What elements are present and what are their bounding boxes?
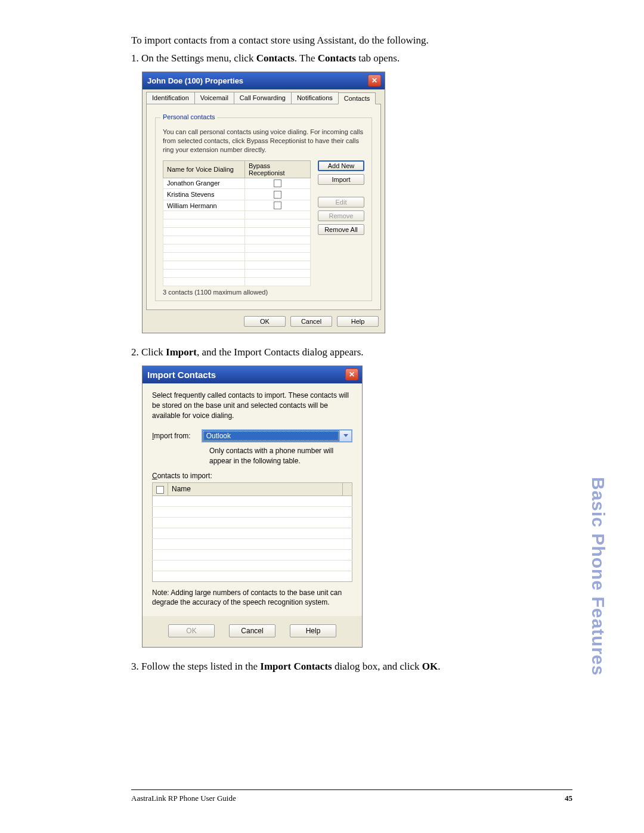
tab-notifications[interactable]: Notifications: [291, 92, 339, 104]
select-value: Outlook: [203, 431, 339, 441]
cell-name: William Hermann: [163, 200, 245, 211]
step2-pre: Click: [139, 346, 166, 358]
help-button[interactable]: Help: [337, 316, 379, 327]
dialog-title: John Doe (100) Properties: [147, 76, 243, 85]
intro-text: To import contacts from a contact store …: [131, 35, 572, 47]
import-contacts-dialog: Import Contacts ✕ Select frequently call…: [142, 366, 363, 648]
personal-contacts-fieldset: Personal contacts You can call personal …: [155, 117, 372, 301]
section-side-label: Basic Phone Features: [588, 477, 608, 676]
dialog-title: Import Contacts: [147, 370, 216, 380]
titlebar: Import Contacts ✕: [143, 366, 362, 383]
properties-dialog: John Doe (100) Properties ✕ Identificati…: [142, 72, 385, 333]
cell-name: Kristina Stevens: [163, 189, 245, 200]
table-row[interactable]: Kristina Stevens: [163, 189, 311, 200]
select-all-checkbox[interactable]: [156, 486, 164, 494]
step1-bold2: Contacts: [318, 52, 356, 64]
select-all-header[interactable]: [153, 483, 168, 496]
step3-bold1: Import Contacts: [260, 661, 332, 672]
dialog-button-row: OK Cancel Help: [143, 314, 385, 333]
cancel-button[interactable]: Cancel: [290, 316, 332, 327]
contacts-table-wrap: Name for Voice Dialing Bypass Receptioni…: [163, 160, 311, 296]
page-footer: AastraLink RP Phone User Guide 45: [131, 789, 572, 803]
step1-mid: . The: [295, 52, 318, 64]
phone-number-note: Only contacts with a phone number will a…: [209, 446, 352, 466]
titlebar: John Doe (100) Properties ✕: [143, 72, 385, 89]
step-3: 3. Follow the steps listed in the Import…: [131, 661, 572, 673]
close-icon[interactable]: ✕: [345, 368, 358, 380]
step-2: 2. Click Import, and the Import Contacts…: [131, 346, 572, 358]
ok-button[interactable]: OK: [244, 316, 286, 327]
remove-button[interactable]: Remove: [318, 210, 364, 221]
contacts-table: Name for Voice Dialing Bypass Receptioni…: [163, 160, 311, 287]
cell-name: Jonathon Granger: [163, 178, 245, 189]
step3-num: 3.: [131, 661, 139, 672]
step3-pre: Follow the steps listed in the: [139, 661, 261, 672]
warning-note: Note: Adding large numbers of contacts t…: [152, 588, 352, 608]
dialog-button-row: OK Cancel Help: [143, 616, 362, 647]
step3-bold2: OK: [422, 661, 438, 672]
remove-all-button[interactable]: Remove All: [318, 224, 364, 235]
tab-strip: Identification Voicemail Call Forwarding…: [143, 89, 385, 104]
col-bypass-header[interactable]: Bypass Receptionist: [245, 160, 311, 178]
bypass-checkbox[interactable]: [274, 191, 281, 199]
page-number: 45: [565, 794, 572, 803]
footer-guide-title: AastraLink RP Phone User Guide: [131, 794, 236, 803]
tab-identification[interactable]: Identification: [146, 92, 195, 104]
step3-mid: dialog box, and click: [332, 661, 422, 672]
import-from-select[interactable]: Outlook: [202, 429, 352, 442]
step3-post: .: [438, 661, 440, 672]
ok-button[interactable]: OK: [168, 624, 215, 637]
contacts-to-import-label: Contacts to import:: [152, 472, 352, 480]
close-icon[interactable]: ✕: [368, 75, 381, 86]
fieldset-desc: You can call personal contacts using voi…: [163, 128, 364, 154]
tab-panel: Personal contacts You can call personal …: [146, 104, 381, 310]
add-new-button[interactable]: Add New: [318, 160, 364, 171]
step2-num: 2.: [131, 346, 139, 358]
import-from-label: Import from:: [152, 432, 191, 440]
tab-call-forwarding[interactable]: Call Forwarding: [234, 92, 292, 104]
help-button[interactable]: Help: [290, 624, 336, 637]
step-1: 1. On the Settings menu, click Contacts.…: [131, 52, 572, 64]
step1-pre: On the Settings menu, click: [139, 52, 256, 64]
step2-bold1: Import: [166, 346, 197, 358]
col-name-header[interactable]: Name: [168, 483, 343, 496]
step2-post: , and the Import Contacts dialog appears…: [197, 346, 363, 358]
table-row[interactable]: Jonathon Granger: [163, 178, 311, 189]
spacer-col: [343, 483, 352, 496]
fieldset-legend: Personal contacts: [160, 113, 217, 120]
step1-bold1: Contacts: [256, 52, 295, 64]
import-desc: Select frequently called contacts to imp…: [152, 391, 352, 420]
cancel-button[interactable]: Cancel: [229, 624, 275, 637]
contacts-count-hint: 3 contacts (1100 maximum allowed): [163, 289, 311, 296]
table-row[interactable]: William Hermann: [163, 200, 311, 211]
bypass-checkbox[interactable]: [274, 202, 281, 209]
col-name-header[interactable]: Name for Voice Dialing: [163, 160, 245, 178]
step1-num: 1.: [131, 52, 139, 64]
import-button[interactable]: Import: [318, 174, 364, 185]
import-table: Name: [152, 482, 352, 581]
edit-button[interactable]: Edit: [318, 197, 364, 208]
side-buttons: Add New Import Edit Remove Remove All: [318, 160, 364, 296]
tab-voicemail[interactable]: Voicemail: [194, 92, 234, 104]
chevron-down-icon[interactable]: [339, 431, 351, 441]
step1-post: tab opens.: [356, 52, 400, 64]
bypass-checkbox[interactable]: [274, 179, 281, 187]
tab-contacts[interactable]: Contacts: [338, 92, 376, 104]
